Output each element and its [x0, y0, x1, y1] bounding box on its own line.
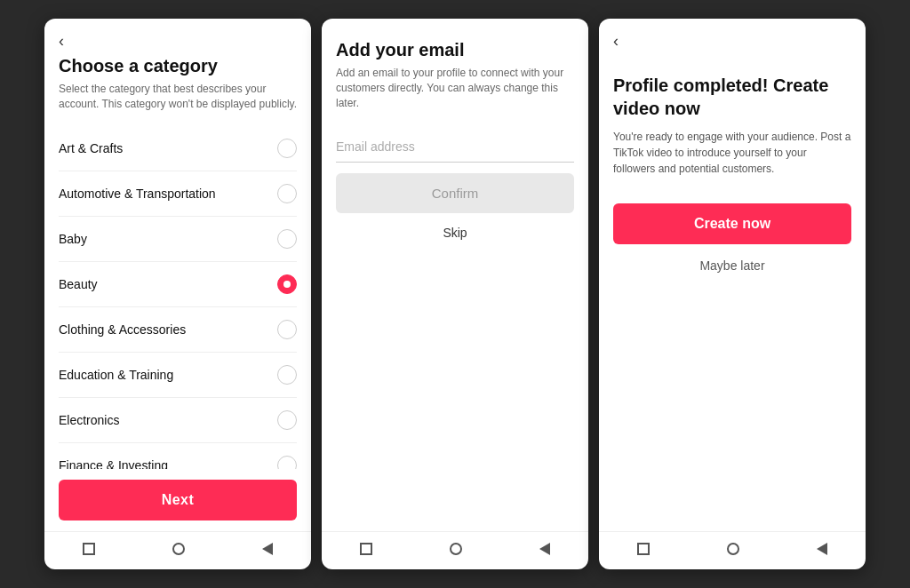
category-label: Education & Training	[59, 368, 173, 382]
category-label: Electronics	[59, 413, 119, 427]
screen3-subtitle: You're ready to engage with your audienc…	[613, 129, 851, 177]
screen3-bottom-nav	[599, 531, 866, 569]
screen-add-email: Add your email Add an email to your prof…	[322, 19, 588, 569]
category-item[interactable]: Finance & Investing	[59, 443, 297, 469]
nav-square-icon[interactable]	[637, 543, 650, 559]
radio-button[interactable]	[277, 184, 297, 203]
nav-circle-icon[interactable]	[450, 543, 462, 559]
create-now-button[interactable]: Create now	[613, 203, 851, 244]
screen2-bottom-nav	[322, 531, 588, 569]
category-item[interactable]: Automotive & Transportation	[59, 171, 297, 217]
category-label: Beauty	[59, 277, 98, 291]
category-list: Art & CraftsAutomotive & TransportationB…	[59, 126, 297, 469]
screen3-header: ‹	[599, 19, 866, 56]
screen1-content: Choose a category Select the category th…	[44, 56, 311, 531]
back-icon-screen3[interactable]: ‹	[613, 33, 619, 49]
category-item[interactable]: Beauty	[59, 262, 297, 307]
screen2-subtitle: Add an email to your profile to connect …	[336, 66, 574, 110]
category-item[interactable]: Clothing & Accessories	[59, 307, 297, 353]
radio-button[interactable]	[277, 456, 297, 469]
email-input[interactable]	[336, 139, 574, 154]
category-item[interactable]: Baby	[59, 217, 297, 262]
screen-profile-complete: ‹ Profile completed! Create video now Yo…	[599, 19, 866, 569]
category-label: Automotive & Transportation	[59, 187, 216, 201]
nav-back-icon[interactable]	[817, 543, 827, 559]
screen3-content: Profile completed! Create video now You'…	[599, 56, 866, 531]
nav-square-icon[interactable]	[83, 543, 95, 559]
category-label: Art & Crafts	[59, 141, 123, 155]
screen2-header	[322, 19, 588, 40]
category-item[interactable]: Electronics	[59, 398, 297, 443]
screen2-content: Add your email Add an email to your prof…	[322, 40, 588, 531]
screen-choose-category: ‹ Choose a category Select the category …	[44, 19, 311, 569]
screens-container: ‹ Choose a category Select the category …	[27, 1, 883, 587]
radio-button[interactable]	[277, 139, 297, 158]
nav-circle-icon[interactable]	[172, 543, 185, 559]
screen1-title: Choose a category	[59, 56, 297, 76]
nav-back-icon[interactable]	[539, 543, 550, 559]
radio-button[interactable]	[277, 229, 297, 249]
radio-button[interactable]	[277, 274, 297, 294]
confirm-button[interactable]: Confirm	[336, 173, 574, 213]
radio-button[interactable]	[277, 410, 297, 430]
nav-back-icon[interactable]	[262, 543, 273, 559]
category-label: Finance & Investing	[59, 458, 168, 469]
category-label: Clothing & Accessories	[59, 322, 186, 337]
screen1-bottom-nav	[44, 531, 311, 569]
category-item[interactable]: Education & Training	[59, 353, 297, 398]
nav-circle-icon[interactable]	[727, 543, 739, 559]
screen1-subtitle: Select the category that best describes …	[59, 82, 297, 112]
skip-button[interactable]: Skip	[336, 226, 574, 240]
maybe-later-button[interactable]: Maybe later	[613, 258, 851, 273]
next-btn-container: Next	[59, 469, 297, 531]
nav-square-icon[interactable]	[360, 543, 372, 559]
category-item[interactable]: Art & Crafts	[59, 126, 297, 171]
email-input-wrap	[336, 139, 574, 163]
radio-button[interactable]	[277, 365, 297, 385]
back-icon-screen1[interactable]: ‹	[59, 33, 64, 49]
screen2-title: Add your email	[336, 40, 574, 60]
category-label: Baby	[59, 232, 87, 246]
screen3-title: Profile completed! Create video now	[613, 74, 851, 120]
next-button[interactable]: Next	[59, 480, 297, 520]
screen1-header: ‹	[44, 19, 311, 56]
radio-button[interactable]	[277, 320, 297, 339]
